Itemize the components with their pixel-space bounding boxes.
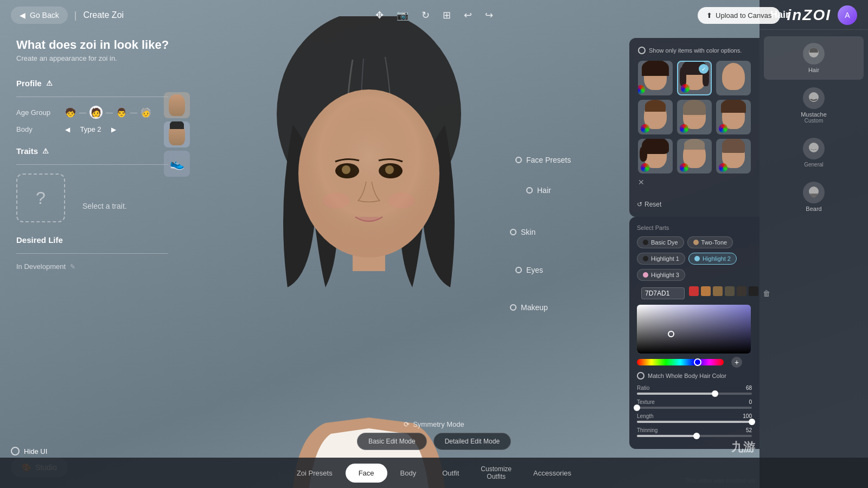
- swatches-row: [689, 286, 758, 296]
- hair-cat-hair-icon: [803, 43, 825, 65]
- swatch-tan[interactable]: [713, 286, 723, 296]
- rotate-icon-btn[interactable]: ↻: [419, 7, 432, 23]
- traits-warning-icon: ⚠: [42, 147, 49, 155]
- tab-zoi-presets[interactable]: Zoi Presets: [284, 464, 346, 483]
- symmetry-icon: ⟳: [404, 420, 410, 428]
- undo-icon-btn[interactable]: ↩: [462, 7, 474, 23]
- highlight1-btn[interactable]: Highlight 1: [637, 253, 685, 265]
- eyes-label[interactable]: Eyes: [515, 266, 543, 274]
- desired-life-value: In Development ✎: [16, 262, 179, 271]
- swatch-darker[interactable]: [737, 286, 746, 296]
- face-presets-label[interactable]: Face Presets: [515, 156, 571, 164]
- hide-ui-radio[interactable]: [11, 447, 20, 455]
- swatch-red[interactable]: [689, 286, 699, 296]
- tab-customize-outfits[interactable]: Customize Outfits: [472, 462, 520, 484]
- highlight3-dot: [643, 272, 648, 278]
- outfit-thumb-3[interactable]: 👟: [164, 151, 190, 177]
- hue-slider[interactable]: [637, 359, 724, 365]
- traits-label: Traits ⚠: [16, 146, 179, 156]
- length-labels: Length 100: [637, 413, 752, 419]
- tab-accessories[interactable]: Accessories: [520, 464, 584, 483]
- back-button[interactable]: ◀ Go Back: [11, 7, 68, 24]
- symmetry-label: Symmetry Mode: [413, 420, 464, 428]
- eyes-dot: [515, 267, 522, 273]
- edit-modes: Basic Edit Mode Detailed Edit Mode: [357, 433, 511, 450]
- select-trait-text: Select a trait.: [82, 185, 127, 210]
- hair-cat-mustache-icon: [803, 87, 825, 109]
- redo-icon-btn[interactable]: ↪: [483, 7, 495, 23]
- hex-input[interactable]: [641, 287, 685, 299]
- color-options-row-2: Highlight 1 Highlight 2: [637, 253, 752, 265]
- hair-thumb-6[interactable]: [716, 100, 751, 134]
- desired-life-label: Desired Life: [16, 235, 179, 245]
- swatch-dark[interactable]: [725, 286, 735, 296]
- reset-btn[interactable]: ↺ Reset: [637, 201, 661, 208]
- texture-thumb[interactable]: [634, 404, 640, 411]
- hair-thumb-3[interactable]: [716, 61, 751, 95]
- ratio-fill: [637, 393, 715, 395]
- tab-outfit[interactable]: Outfit: [429, 464, 472, 483]
- thinning-slider-row: Thinning 52: [637, 427, 752, 437]
- age-selector[interactable]: 🧒 — 🧑 — 👨 — 🧓: [65, 106, 151, 119]
- hair-cat-mustache-general[interactable]: General: [764, 131, 864, 174]
- select-parts-label: Select Parts: [637, 224, 752, 231]
- body-prev-btn[interactable]: ◀: [65, 126, 70, 133]
- hair-thumb-9[interactable]: [716, 139, 751, 174]
- hair-cat-mustache[interactable]: Mustache Custom: [764, 81, 864, 130]
- basic-edit-mode-btn[interactable]: Basic Edit Mode: [357, 433, 427, 450]
- age-adult-icon: 🧑: [90, 106, 103, 119]
- skin-label[interactable]: Skin: [510, 228, 535, 236]
- body-next-btn[interactable]: ▶: [111, 126, 116, 133]
- trait-slot[interactable]: ?: [16, 174, 65, 222]
- grid-close-btn[interactable]: ✕: [638, 178, 644, 187]
- match-hair-radio[interactable]: [637, 372, 644, 380]
- hair-thumb-4[interactable]: [638, 100, 673, 134]
- show-color-radio[interactable]: [638, 47, 646, 54]
- texture-labels: Texture 0: [637, 399, 752, 405]
- hair-cat-hair[interactable]: Hair: [764, 36, 864, 80]
- outfit-thumb-2[interactable]: [164, 121, 190, 147]
- thinning-track[interactable]: [637, 435, 752, 437]
- swatch-brown[interactable]: [701, 286, 711, 296]
- camera-icon-btn[interactable]: 📷: [394, 7, 411, 23]
- hair-thumb-7[interactable]: [638, 139, 673, 174]
- texture-track[interactable]: [637, 407, 752, 409]
- tab-face[interactable]: Face: [346, 464, 387, 483]
- hair-cat-beard[interactable]: Beard: [764, 175, 864, 219]
- hair-label[interactable]: Hair: [526, 186, 551, 195]
- highlight2-btn[interactable]: Highlight 2: [688, 253, 737, 265]
- ratio-thumb[interactable]: [712, 390, 718, 397]
- outfit-thumb-1[interactable]: [164, 92, 190, 118]
- grid-icon-btn[interactable]: ⊞: [441, 7, 453, 23]
- hair-thumb-5[interactable]: [677, 100, 712, 134]
- thinning-thumb[interactable]: [693, 433, 700, 439]
- show-color-row: Show only items with color options.: [638, 47, 751, 54]
- swatch-black[interactable]: [749, 286, 758, 296]
- tab-body[interactable]: Body: [387, 464, 430, 483]
- basic-dye-btn[interactable]: Basic Dye: [637, 236, 684, 248]
- user-avatar[interactable]: A: [838, 5, 857, 25]
- add-color-btn[interactable]: +: [731, 357, 742, 368]
- two-tone-dot: [693, 240, 699, 245]
- highlight3-btn[interactable]: Highlight 3: [637, 269, 685, 281]
- age-elder-icon: 🧓: [141, 107, 151, 118]
- skin-dot: [510, 229, 516, 235]
- makeup-label[interactable]: Makeup: [510, 303, 548, 312]
- two-tone-btn[interactable]: Two-Tone: [687, 236, 733, 248]
- hair-thumb-2[interactable]: ✓: [677, 61, 712, 95]
- color-options-row-3: Highlight 3: [637, 269, 752, 281]
- hair-thumb-8[interactable]: [677, 139, 712, 174]
- hide-ui-row[interactable]: Hide UI: [11, 447, 47, 455]
- detailed-edit-mode-btn[interactable]: Detailed Edit Mode: [433, 433, 511, 450]
- desired-life-edit-icon[interactable]: ✎: [70, 263, 75, 271]
- move-icon-btn[interactable]: ✥: [373, 7, 386, 23]
- left-panel: What does zoi in look like? Create an ap…: [0, 0, 195, 488]
- symmetry-btn[interactable]: ⟳ Symmetry Mode: [404, 420, 464, 428]
- length-track[interactable]: [637, 421, 752, 423]
- upload-button[interactable]: ⬆ Upload to Canvas: [698, 7, 780, 24]
- length-thumb[interactable]: [749, 419, 755, 425]
- hair-thumb-1[interactable]: [638, 61, 673, 95]
- ratio-track[interactable]: [637, 393, 752, 395]
- trash-btn[interactable]: 🗑: [763, 289, 770, 298]
- gradient-canvas[interactable]: [637, 305, 751, 354]
